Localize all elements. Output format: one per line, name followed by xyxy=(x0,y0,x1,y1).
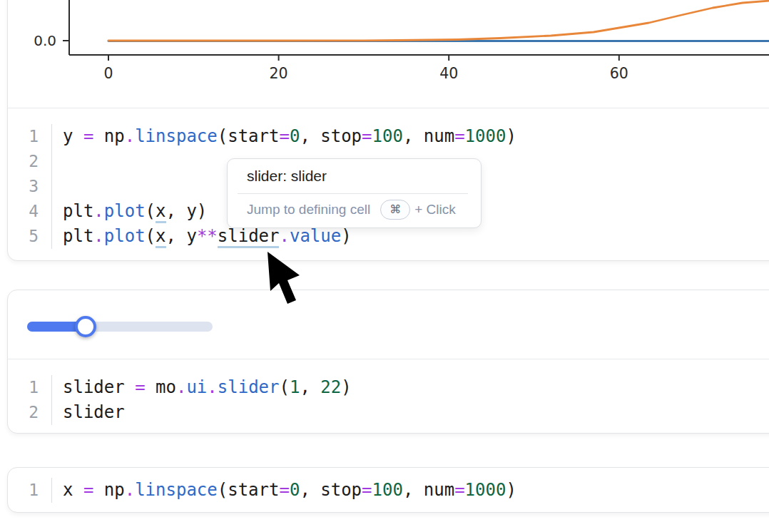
code-token: plt xyxy=(63,201,93,221)
code-token: 22 xyxy=(320,377,341,397)
code-token: = xyxy=(279,126,289,146)
code-token: , num xyxy=(403,480,454,500)
code-token: x xyxy=(63,480,83,500)
line-number: 2 xyxy=(8,400,52,425)
series-y**slider.value xyxy=(108,1,769,41)
matplotlib-figure: 0.00204060 xyxy=(8,0,769,108)
x-tick-label: 20 xyxy=(270,65,288,82)
code-token: = xyxy=(454,126,464,146)
code-token: . xyxy=(279,226,289,246)
code-token: slider xyxy=(218,377,280,397)
code-token: np xyxy=(93,480,124,500)
code-token: , y) xyxy=(166,201,208,221)
code-token: = xyxy=(362,480,372,500)
code-token: ) xyxy=(506,126,516,146)
code-token: = xyxy=(454,480,464,500)
code-token: . xyxy=(93,201,103,221)
code-token: 0 xyxy=(290,480,300,500)
code-token: ( xyxy=(146,201,156,221)
code-token: . xyxy=(207,377,217,397)
code-token: slider xyxy=(63,402,125,422)
cell-output-area: 0.00204060 xyxy=(8,0,769,108)
notebook-cell-slider: 1slider = mo.ui.slider(1, 22)2slider xyxy=(7,290,769,434)
slider-track[interactable] xyxy=(27,322,213,332)
code-token: y xyxy=(63,126,83,146)
variable-reference[interactable]: x xyxy=(156,226,165,248)
code-token: . xyxy=(176,377,186,397)
code-token: linspace xyxy=(135,126,218,146)
line-number: 1 xyxy=(8,124,52,149)
code-editor[interactable]: 1slider = mo.ui.slider(1, 22)2slider xyxy=(8,359,769,425)
cell-output-area xyxy=(8,290,769,359)
line-number: 1 xyxy=(8,375,52,400)
x-tick-label: 40 xyxy=(439,65,458,82)
code-token: , num xyxy=(403,126,454,146)
code-token: plot xyxy=(104,226,146,246)
code-token: = xyxy=(83,480,93,500)
code-token: = xyxy=(362,126,372,146)
code-token: . xyxy=(125,480,135,500)
command-key-badge: ⌘ xyxy=(380,200,410,220)
slider-handle[interactable] xyxy=(75,316,96,337)
y-tick-label: 0.0 xyxy=(34,32,56,49)
code-token: . xyxy=(125,126,135,146)
code-token: 1 xyxy=(290,377,300,397)
code-token: ) xyxy=(341,377,351,397)
code-token: 0 xyxy=(290,126,300,146)
code-token: slider xyxy=(63,377,135,397)
code-token: , y xyxy=(166,226,197,246)
code-token: ( xyxy=(279,377,289,397)
code-token: = xyxy=(279,480,289,500)
code-token: mo xyxy=(146,377,176,397)
code-token: (start xyxy=(218,480,280,500)
code-editor[interactable]: 1x = np.linspace(start=0, stop=100, num=… xyxy=(8,468,769,503)
code-token: 1000 xyxy=(465,126,506,146)
line-number: 4 xyxy=(8,199,52,224)
code-token: linspace xyxy=(135,480,218,500)
code-token: ) xyxy=(506,480,516,500)
code-token: ) xyxy=(341,226,351,246)
x-tick-label: 60 xyxy=(610,65,628,82)
line-number: 5 xyxy=(8,224,52,249)
code-token: np xyxy=(93,126,124,146)
tooltip-click-text: + Click xyxy=(414,202,456,218)
x-tick-label: 0 xyxy=(103,65,113,82)
tooltip-variable-name: slider: slider xyxy=(228,159,481,193)
line-number: 1 xyxy=(8,478,52,503)
code-token: , xyxy=(300,377,320,397)
tooltip-hint-text: Jump to defining cell xyxy=(247,202,370,218)
code-token: plot xyxy=(104,201,146,221)
variable-hover-tooltip: slider: slider Jump to defining cell ⌘ +… xyxy=(227,158,482,228)
code-token: ui xyxy=(186,377,207,397)
line-number: 2 xyxy=(8,149,52,174)
code-token: , stop xyxy=(300,126,362,146)
code-token: ** xyxy=(197,226,218,246)
code-token: plt xyxy=(63,226,93,246)
variable-reference[interactable]: slider xyxy=(218,226,280,248)
code-token: 1000 xyxy=(465,480,506,500)
code-token: = xyxy=(135,377,145,397)
code-token: 100 xyxy=(372,480,403,500)
code-token: , stop xyxy=(300,480,362,500)
code-token: ( xyxy=(146,226,156,246)
code-token: = xyxy=(83,126,93,146)
notebook-cell-x: 1x = np.linspace(start=0, stop=100, num=… xyxy=(7,467,769,513)
code-token: value xyxy=(290,226,341,246)
variable-reference[interactable]: x xyxy=(156,201,165,223)
code-token: (start xyxy=(218,126,280,146)
code-token: 100 xyxy=(372,126,403,146)
code-token: . xyxy=(93,226,103,246)
line-number: 3 xyxy=(8,174,52,199)
